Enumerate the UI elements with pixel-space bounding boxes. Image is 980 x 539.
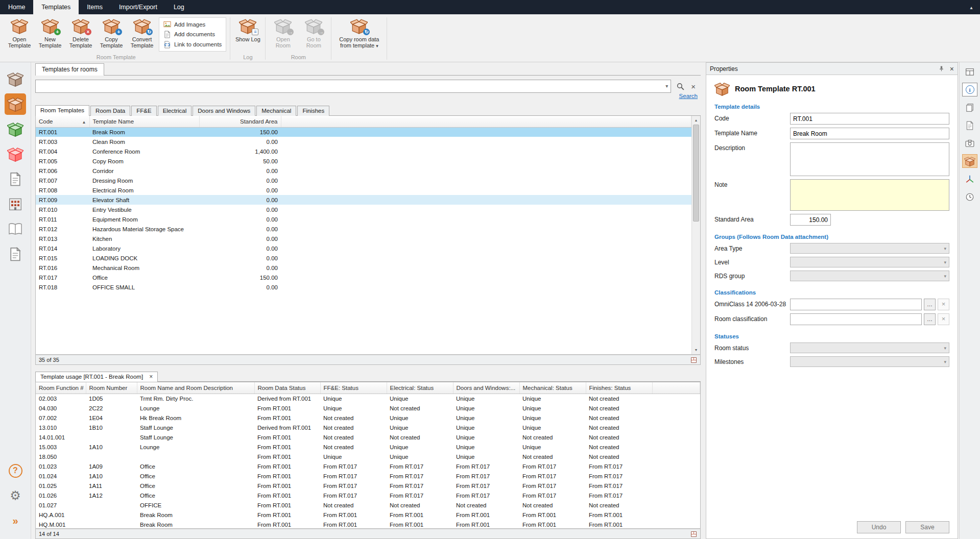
- table-row[interactable]: 18.050From RT.001UniqueUniqueUniqueNot c…: [36, 452, 700, 461]
- panel-template-button[interactable]: [962, 154, 977, 168]
- tab-template-usage[interactable]: Template usage [RT.001 - Break Room] ×: [35, 372, 158, 382]
- save-button[interactable]: Save: [905, 521, 949, 533]
- link-to-documents-button[interactable]: Link to documents: [163, 40, 222, 50]
- open-room-button[interactable]: → Open Room: [268, 15, 298, 54]
- open-template-button[interactable]: Open Template: [4, 15, 35, 54]
- table-row[interactable]: 04.0302C22LoungeFrom RT.001UniqueNot cre…: [36, 403, 700, 413]
- add-documents-button[interactable]: Add documents: [163, 30, 222, 39]
- standard-area-field[interactable]: [790, 214, 831, 226]
- column-header-finishes-status[interactable]: Finishes: Status: [586, 382, 652, 394]
- show-log-button[interactable]: ≡ Show Log: [232, 15, 263, 54]
- omniclass-field[interactable]: [790, 299, 922, 310]
- copy-template-button[interactable]: + Copy Template: [96, 15, 127, 54]
- menu-templates[interactable]: Templates: [33, 0, 79, 14]
- sidebar-item-documents[interactable]: [5, 168, 26, 190]
- sidebar-item-reports[interactable]: [5, 218, 26, 240]
- search-link[interactable]: Search: [679, 93, 698, 102]
- template-name-field[interactable]: [790, 128, 949, 139]
- search-dropdown-icon[interactable]: ▾: [665, 83, 668, 89]
- pin-icon[interactable]: [938, 65, 945, 72]
- area-type-select[interactable]: ▾: [790, 243, 949, 254]
- note-field[interactable]: [790, 179, 949, 211]
- search-input[interactable]: [35, 80, 671, 93]
- tab-room-templates[interactable]: Room Templates: [35, 105, 89, 116]
- column-header-ffe-status[interactable]: FF&E: Status: [320, 382, 387, 394]
- panel-images-button[interactable]: [962, 136, 977, 150]
- panel-properties-button[interactable]: i: [962, 83, 977, 96]
- table-row[interactable]: 01.027OFFICEFrom RT.001Not createdNot cr…: [36, 500, 700, 510]
- sidebar-item-rooms[interactable]: [5, 68, 26, 90]
- omniclass-browse-button[interactable]: …: [924, 299, 936, 310]
- undo-button[interactable]: Undo: [857, 521, 901, 533]
- copy-room-data-button[interactable]: ↻ Copy room data from template ▾: [333, 15, 385, 54]
- milestones-select[interactable]: ▾: [790, 356, 949, 367]
- sidebar-item-item-templates[interactable]: [5, 143, 26, 165]
- table-row[interactable]: RT.004Conference Room1,400.00: [36, 146, 691, 156]
- column-header-room-number[interactable]: Room Number: [86, 382, 137, 394]
- panel-layout-button[interactable]: [962, 65, 977, 79]
- column-header-mechanical-status[interactable]: Mechanical: Status: [519, 382, 586, 394]
- sidebar-item-items[interactable]: [5, 118, 26, 140]
- tab-ffe[interactable]: FF&E: [131, 106, 156, 116]
- table-row[interactable]: RT.015LOADING DOCK0.00: [36, 253, 691, 263]
- column-header-electrical-status[interactable]: Electrical: Status: [387, 382, 453, 394]
- table-row[interactable]: RT.012Hazardous Material Storage Space0.…: [36, 224, 691, 234]
- expand-sidebar-button[interactable]: »: [5, 510, 26, 531]
- table-row[interactable]: RT.011Equipment Room0.00: [36, 214, 691, 224]
- tab-mechanical[interactable]: Mechanical: [256, 106, 296, 116]
- table-row[interactable]: RT.010Entry Vestibule0.00: [36, 205, 691, 214]
- table-row[interactable]: 13.0101B10Staff LoungeDerived from RT.00…: [36, 423, 700, 432]
- vertical-scrollbar[interactable]: ▲ ▼: [691, 116, 700, 354]
- panel-documents-button[interactable]: [962, 118, 977, 132]
- menu-log[interactable]: Log: [165, 0, 193, 14]
- close-panel-icon[interactable]: ×: [950, 66, 954, 72]
- table-row[interactable]: RT.006Corridor0.00: [36, 166, 691, 176]
- table-row[interactable]: RT.009Elevator Shaft0.00: [36, 195, 691, 205]
- table-row[interactable]: RT.014Laboratory0.00: [36, 243, 691, 253]
- clear-search-icon[interactable]: ×: [691, 82, 696, 91]
- column-header-room-name[interactable]: Room Name and Room Description: [137, 382, 254, 394]
- sidebar-item-logs[interactable]: [5, 243, 26, 265]
- rds-group-select[interactable]: ▾: [790, 271, 949, 281]
- table-row[interactable]: RT.016Mechanical Room0.00: [36, 263, 691, 273]
- floor-plan-icon[interactable]: [690, 531, 697, 537]
- table-row[interactable]: RT.008Electrical Room0.00: [36, 185, 691, 195]
- tab-finishes[interactable]: Finishes: [297, 106, 329, 116]
- column-header-template-name[interactable]: Template Name: [89, 116, 199, 127]
- table-row[interactable]: RT.013Kitchen0.00: [36, 234, 691, 243]
- collapse-ribbon-icon[interactable]: ▴: [963, 0, 980, 14]
- tab-room-data[interactable]: Room Data: [90, 106, 130, 116]
- close-tab-icon[interactable]: ×: [149, 374, 153, 379]
- level-select[interactable]: ▾: [790, 257, 949, 267]
- table-row[interactable]: 01.0231A09OfficeFrom RT.001From RT.017Fr…: [36, 461, 700, 471]
- column-header-standard-area[interactable]: Standard Area: [199, 116, 281, 127]
- room-status-select[interactable]: ▾: [790, 342, 949, 353]
- sidebar-item-room-templates[interactable]: [5, 93, 26, 115]
- table-row[interactable]: HQ.M.001Break RoomFrom RT.001From RT.001…: [36, 520, 700, 529]
- table-row[interactable]: RT.005Copy Room50.00: [36, 156, 691, 166]
- help-button[interactable]: ?: [5, 460, 26, 481]
- settings-button[interactable]: ⚙: [5, 485, 26, 506]
- floor-plan-icon[interactable]: [690, 357, 697, 363]
- add-images-button[interactable]: Add Images: [163, 19, 222, 29]
- menu-items[interactable]: Items: [79, 0, 111, 14]
- panel-history-button[interactable]: [962, 190, 977, 204]
- room-classification-field[interactable]: [790, 313, 922, 325]
- scroll-up-icon[interactable]: ▲: [692, 116, 700, 125]
- scroll-down-icon[interactable]: ▼: [692, 346, 700, 354]
- column-header-room-data-status[interactable]: Room Data Status: [254, 382, 320, 394]
- search-icon[interactable]: [676, 82, 685, 91]
- code-field[interactable]: [790, 113, 949, 125]
- column-header-doors-windows-status[interactable]: Doors and Windows:...: [453, 382, 519, 394]
- table-row[interactable]: RT.018OFFICE SMALL0.00: [36, 282, 691, 292]
- room-classification-browse-button[interactable]: …: [924, 313, 936, 325]
- delete-template-button[interactable]: × Delete Template: [65, 15, 96, 54]
- table-row[interactable]: RT.007Dressing Room0.00: [36, 176, 691, 185]
- tab-templates-for-rooms[interactable]: Templates for rooms: [35, 63, 104, 76]
- column-header-room-function[interactable]: Room Function #: [36, 382, 86, 394]
- scrollbar-thumb[interactable]: [693, 125, 699, 222]
- table-row[interactable]: 01.0261A12OfficeFrom RT.001From RT.017Fr…: [36, 491, 700, 500]
- convert-template-button[interactable]: ↻ Convert Template: [127, 15, 157, 54]
- go-to-room-button[interactable]: → Go to Room: [298, 15, 329, 54]
- tab-electrical[interactable]: Electrical: [158, 106, 192, 116]
